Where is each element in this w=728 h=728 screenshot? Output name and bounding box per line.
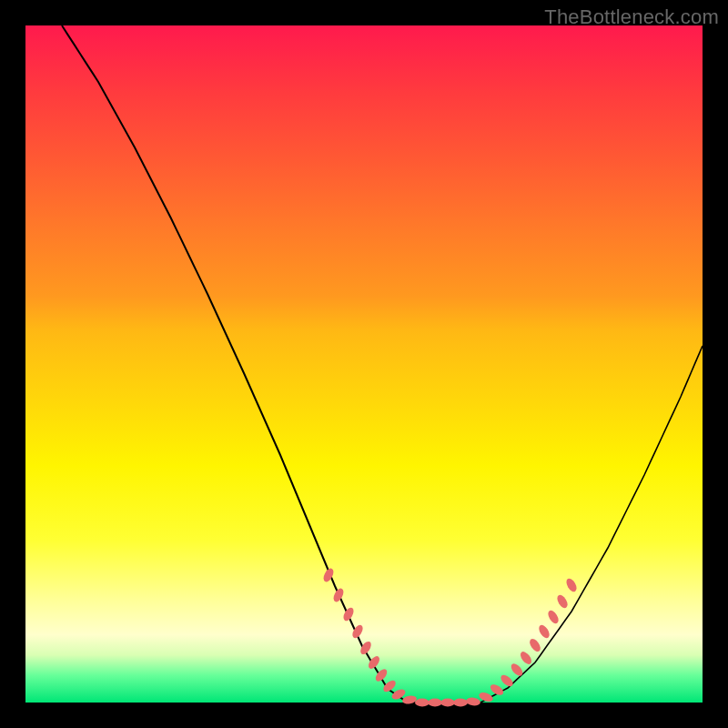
- curve-left: [62, 25, 408, 703]
- curve-marker: [428, 699, 442, 707]
- curve-marker: [489, 682, 505, 697]
- curve-group: [62, 25, 703, 703]
- curve-right: [480, 346, 703, 703]
- chart-svg: [25, 25, 703, 703]
- chart-frame: [25, 25, 703, 703]
- curve-marker: [509, 662, 524, 678]
- marker-group: [321, 567, 578, 707]
- curve-marker: [401, 694, 417, 704]
- curve-marker: [465, 697, 480, 707]
- curve-marker: [440, 699, 455, 707]
- curve-marker: [537, 623, 551, 640]
- curve-marker: [341, 606, 356, 622]
- watermark-text: TheBottleneck.com: [544, 5, 719, 29]
- curve-marker: [499, 672, 515, 688]
- curve-marker: [546, 609, 561, 625]
- curve-marker: [564, 577, 579, 593]
- curve-marker: [528, 637, 542, 653]
- curve-marker: [331, 587, 345, 603]
- curve-marker: [555, 593, 570, 610]
- curve-marker: [453, 699, 468, 707]
- curve-marker: [519, 650, 534, 666]
- curve-marker: [415, 699, 430, 707]
